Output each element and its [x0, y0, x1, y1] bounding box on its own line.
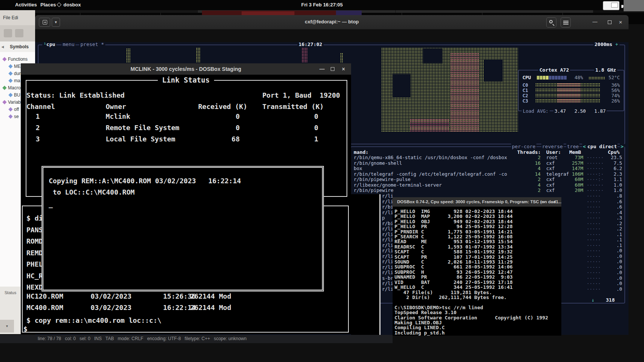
- btop-menu-button[interactable]: menu: [62, 42, 75, 47]
- btop-interval-control[interactable]: 2000ms +: [593, 42, 619, 47]
- maximize-button[interactable]: [608, 20, 612, 24]
- link-port-info: Port 1, Baud 19200: [262, 90, 340, 101]
- core-label: C1: [522, 87, 528, 93]
- column-command[interactable]: mand:: [354, 149, 368, 155]
- dos-output-line: SOUND C 2,026 18-11-1993 11:29: [394, 259, 561, 264]
- process-row[interactable]: r/bin/telegraf -config /etc/telegraf/tel…: [351, 172, 624, 177]
- editor-toolbar-icon2[interactable]: [15, 29, 23, 37]
- dos-output-line: P_HELLO IMG 928 02-02-2023 18:44: [394, 209, 561, 214]
- dos-output-line: W_HELLO C 344 25-05-1992 16:41: [394, 285, 561, 290]
- minimize-button[interactable]: —: [591, 19, 599, 25]
- selector-left-icon[interactable]: <: [582, 144, 587, 149]
- link-status-state: Status: Link Established: [26, 90, 125, 101]
- dos-output-line: READ ME 953 01-12-1993 15:54: [394, 239, 561, 244]
- dos-output-line: TopSpeed Release 3.10: [394, 310, 561, 315]
- symbol-diamond-icon: [8, 93, 12, 97]
- activities-button[interactable]: Activities: [15, 2, 37, 8]
- editor-status-tab[interactable]: Status: [5, 290, 16, 295]
- transmitted-column-header: Transmitted (K): [262, 101, 324, 112]
- process-count: 318: [605, 297, 616, 303]
- mclink-titlebar[interactable]: MCLINK - 3000 cycles/ms - DOSBox Staging…: [21, 63, 351, 75]
- owner-column-header: Owner: [106, 101, 126, 112]
- option-reverse[interactable]: reverse: [541, 144, 564, 149]
- new-tab-button[interactable]: [39, 18, 50, 27]
- symbol-diamond-icon: [8, 78, 12, 83]
- cursor: _: [49, 199, 53, 210]
- received-column-header: Received (K): [198, 101, 247, 112]
- symbol-diamond-icon: [2, 57, 6, 61]
- dos-output-line: P_HELLO OBJ 949 02-02-2023 18:44: [394, 219, 561, 224]
- menu-button[interactable]: [561, 17, 571, 28]
- load-avg-values: 3.47 2.50 1.87: [553, 109, 607, 114]
- selector-cpu-direct[interactable]: cpu direct: [587, 144, 618, 149]
- channel-row: 2 Remote File System 0 0: [21, 124, 351, 135]
- symbols-panel-header[interactable]: ◂ Symbols: [0, 41, 35, 52]
- symbol-diamond-icon: [2, 86, 6, 90]
- selector-right-icon[interactable]: >: [620, 144, 624, 149]
- dosbox-close-button[interactable]: ×: [553, 197, 556, 207]
- column-cpu[interactable]: Cpu%: [608, 149, 619, 155]
- search-icon: [549, 20, 553, 23]
- core-graph: [535, 88, 600, 92]
- process-row[interactable]: box 4 cxf 147M ········· 6.2: [351, 166, 624, 172]
- mclink-window[interactable]: MCLINK - 3000 cycles/ms - DOSBox Staging…: [21, 63, 351, 334]
- dos-output-line: P_HELLO MAP 3,200 02-02-2023 18:44: [394, 214, 561, 219]
- column-threads[interactable]: Threads:: [517, 149, 541, 155]
- clock[interactable]: Fri 3 Feb 16:27:05: [301, 2, 343, 8]
- btop-clock: 16:27:02: [297, 42, 324, 47]
- dos-output-line: C:\SIBOSDK\DEMO>tsc /r/m lined: [394, 305, 561, 310]
- dosbox-minimize-button[interactable]: —: [541, 197, 545, 207]
- dosbox-title: DOSBox 0.74-2, Cpu speed: 3000 cycles, F…: [397, 199, 561, 204]
- option-per-core[interactable]: per-core: [511, 144, 536, 149]
- process-row[interactable]: r/bin/qemu-x86_64-static /usr/bin/dosbox…: [351, 155, 624, 161]
- channel-column-header: Channel: [26, 101, 55, 112]
- symbols-tree-item[interactable]: Functions: [2, 56, 35, 63]
- search-button[interactable]: [546, 17, 556, 28]
- sidebar-collapse-icon[interactable]: ◂: [2, 41, 4, 52]
- scroll-down-icon[interactable]: ↓: [590, 297, 596, 303]
- core-row: C1 56%: [519, 87, 624, 92]
- close-button[interactable]: ×: [616, 19, 625, 25]
- core-pct: 56%: [602, 87, 620, 93]
- background-window-fragment-block: [242, 11, 294, 15]
- dosbox-titlebar[interactable]: DOSBox 0.74-2, Cpu speed: 3000 cycles, F…: [393, 197, 561, 207]
- places-menu[interactable]: Places: [40, 2, 56, 8]
- column-memb[interactable]: MemB: [569, 149, 581, 155]
- mclink-minimize-button[interactable]: —: [319, 63, 325, 75]
- plus-icon: [43, 20, 47, 25]
- copy-dest-line: to LOC::C:\MC400.ROM: [49, 187, 135, 198]
- dos-output-line: 47 File(s) 119,281 Bytes.: [394, 290, 561, 295]
- mclink-maximize-button[interactable]: [331, 67, 334, 71]
- app-menu-dosbox[interactable]: dosbox: [57, 2, 81, 8]
- btop-cpu-box-label[interactable]: ¹cpu: [42, 42, 56, 47]
- btop-preset-button[interactable]: preset *: [79, 42, 105, 47]
- mclink-close-button[interactable]: ×: [342, 63, 345, 75]
- editor-panel-corner[interactable]: ▾: [0, 320, 14, 333]
- core-label: C3: [522, 98, 528, 104]
- core-row: C2 74%: [519, 93, 624, 98]
- column-user[interactable]: User:: [546, 149, 561, 155]
- dos-output-line: SUBPROC C 661 28-05-1992 14:06: [394, 264, 561, 269]
- process-row[interactable]: r/bin/pipewire-pulse 2 cxf 60M ····:·· 1…: [351, 177, 624, 183]
- window-preview-button[interactable]: [603, 1, 619, 10]
- dos-output-line: UNNAMED PR 86 22-05-1992 9:03: [394, 275, 561, 279]
- dos-output-line: READRSC C 1,593 01-07-1992 13:34: [394, 244, 561, 249]
- process-row[interactable]: r/libexec/gnome-terminal-server 4 cxf 60…: [351, 183, 624, 188]
- cpu-temp-graph: [589, 77, 605, 80]
- cpu-frequency: 1.8 GHz: [594, 67, 617, 73]
- dosbox-window[interactable]: DOSBox 0.74-2, Cpu speed: 3000 cycles, F…: [393, 197, 561, 336]
- core-pct: 74%: [602, 93, 620, 98]
- option-tree[interactable]: tree: [566, 144, 579, 149]
- symbol-diamond-icon: [8, 71, 12, 75]
- editor-menubar[interactable]: File Edi: [0, 10, 35, 25]
- dos-output-line: Clarion Software Corporation Copyright (…: [394, 315, 561, 320]
- process-row[interactable]: r/bin/gnome-shell 16 cxf 257M ········· …: [351, 161, 624, 166]
- core-graph: [535, 83, 600, 87]
- editor-toolbar-icon[interactable]: [4, 29, 12, 37]
- process-row[interactable]: r/bin/pipewire 2 cxf 20M ······· 1.0: [351, 188, 624, 193]
- terminal-titlebar[interactable]: cxf@fedorapi:~ — btop ▼ — ×: [35, 15, 629, 29]
- process-rows: r/bin/qemu-x86_64-static /usr/bin/dosbox…: [351, 155, 624, 193]
- new-tab-dropdown[interactable]: ▼: [52, 18, 60, 27]
- copy-source-line: Copying REM::A:\MC400.ROM 03/02/2023 16:…: [49, 175, 241, 187]
- dos-output-line: 2 Dir(s) 262,111,744 Bytes free.: [394, 295, 561, 300]
